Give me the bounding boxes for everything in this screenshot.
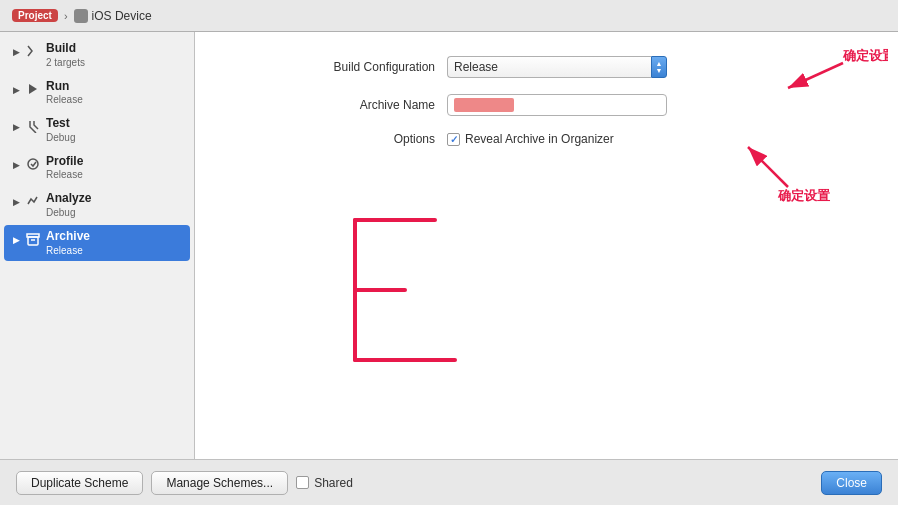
profile-sublabel: Release bbox=[46, 169, 83, 181]
archive-name-row: Archive Name bbox=[275, 94, 858, 116]
shared-label: Shared bbox=[314, 476, 353, 490]
right-panel: Build Configuration Release ▲ ▼ Arch bbox=[195, 32, 898, 459]
build-config-stepper[interactable]: ▲ ▼ bbox=[651, 56, 667, 78]
stepper-down: ▼ bbox=[656, 67, 663, 74]
test-icon bbox=[24, 116, 42, 136]
checkbox-checkmark: ✓ bbox=[450, 134, 458, 145]
build-icon bbox=[24, 41, 42, 61]
duplicate-scheme-button[interactable]: Duplicate Scheme bbox=[16, 471, 143, 495]
build-config-select-wrap[interactable]: Release ▲ ▼ bbox=[447, 56, 667, 78]
main-area: ▶ Build 2 targets ▶ Run Release bbox=[0, 32, 898, 459]
drawing-area bbox=[195, 170, 898, 459]
reveal-archive-label: Reveal Archive in Organizer bbox=[465, 132, 614, 146]
run-sublabel: Release bbox=[46, 94, 83, 106]
expand-arrow-run: ▶ bbox=[10, 79, 22, 99]
analyze-sublabel: Debug bbox=[46, 207, 91, 219]
archive-icon bbox=[24, 229, 42, 249]
close-button[interactable]: Close bbox=[821, 471, 882, 495]
build-config-label: Build Configuration bbox=[275, 60, 435, 74]
svg-marker-0 bbox=[29, 84, 37, 94]
reveal-archive-checkbox[interactable]: ✓ bbox=[447, 133, 460, 146]
manage-schemes-button[interactable]: Manage Schemes... bbox=[151, 471, 288, 495]
expand-arrow-profile: ▶ bbox=[10, 154, 22, 174]
sidebar-item-run[interactable]: ▶ Run Release bbox=[4, 75, 190, 111]
breadcrumb-arrow: › bbox=[64, 10, 68, 22]
analyze-icon bbox=[24, 191, 42, 211]
archive-name-label: Archive Name bbox=[275, 98, 435, 112]
shared-checkbox[interactable] bbox=[296, 476, 309, 489]
expand-arrow-test: ▶ bbox=[10, 116, 22, 136]
archive-name-control bbox=[447, 94, 667, 116]
options-label: Options bbox=[275, 132, 435, 146]
build-sublabel: 2 targets bbox=[46, 57, 85, 69]
svg-point-1 bbox=[28, 159, 38, 169]
analyze-label: Analyze bbox=[46, 191, 91, 207]
profile-label: Profile bbox=[46, 154, 83, 170]
sidebar-item-profile[interactable]: ▶ Profile Release bbox=[4, 150, 190, 186]
drawing-svg bbox=[295, 200, 695, 400]
sidebar-item-archive[interactable]: ▶ Archive Release bbox=[4, 225, 190, 261]
profile-icon bbox=[24, 154, 42, 174]
device-label: iOS Device bbox=[74, 9, 152, 23]
archive-name-redacted bbox=[454, 98, 514, 112]
sidebar-item-test[interactable]: ▶ Test Debug bbox=[4, 112, 190, 148]
sidebar: ▶ Build 2 targets ▶ Run Release bbox=[0, 32, 195, 459]
sidebar-item-build[interactable]: ▶ Build 2 targets bbox=[4, 37, 190, 73]
options-control: ✓ Reveal Archive in Organizer bbox=[447, 132, 614, 146]
title-bar: Project › iOS Device bbox=[0, 0, 898, 32]
reveal-archive-row: ✓ Reveal Archive in Organizer bbox=[447, 132, 614, 146]
sidebar-item-analyze[interactable]: ▶ Analyze Debug bbox=[4, 187, 190, 223]
archive-name-input[interactable] bbox=[447, 94, 667, 116]
run-icon bbox=[24, 79, 42, 99]
expand-arrow-analyze: ▶ bbox=[10, 191, 22, 211]
expand-arrow-archive: ▶ bbox=[10, 229, 22, 249]
build-config-select[interactable]: Release bbox=[447, 56, 651, 78]
project-label: Project bbox=[12, 9, 58, 22]
expand-arrow-build: ▶ bbox=[10, 41, 22, 61]
archive-sublabel: Release bbox=[46, 245, 90, 257]
test-label: Test bbox=[46, 116, 75, 132]
options-row: Options ✓ Reveal Archive in Organizer bbox=[275, 132, 858, 146]
stepper-up: ▲ bbox=[656, 60, 663, 67]
archive-label: Archive bbox=[46, 229, 90, 245]
build-config-row: Build Configuration Release ▲ ▼ bbox=[275, 56, 858, 78]
bottom-bar: Duplicate Scheme Manage Schemes... Share… bbox=[0, 459, 898, 505]
test-sublabel: Debug bbox=[46, 132, 75, 144]
build-label: Build bbox=[46, 41, 85, 57]
build-config-control: Release ▲ ▼ bbox=[447, 56, 667, 78]
device-icon bbox=[74, 9, 88, 23]
run-label: Run bbox=[46, 79, 83, 95]
form-area: Build Configuration Release ▲ ▼ Arch bbox=[195, 32, 898, 170]
svg-rect-2 bbox=[28, 237, 38, 245]
shared-area: Shared bbox=[296, 476, 353, 490]
